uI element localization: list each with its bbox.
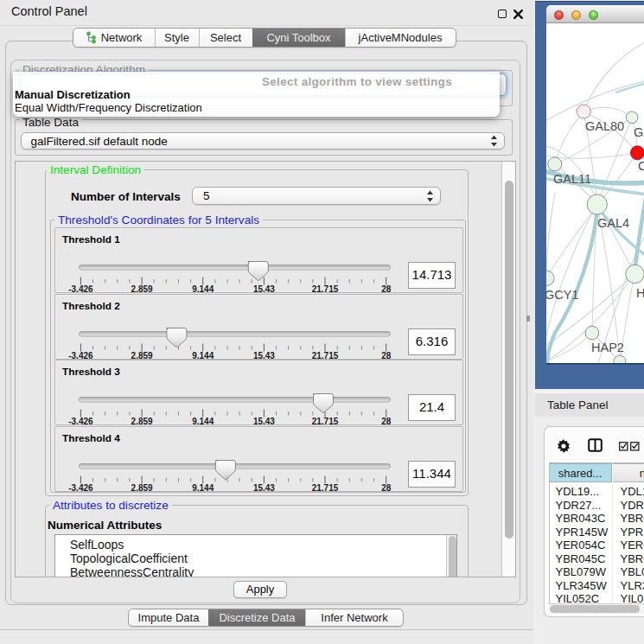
- svg-text:GA: GA: [634, 125, 644, 139]
- svg-text:21.715: 21.715: [312, 483, 339, 493]
- svg-text:GAL80: GAL80: [585, 119, 624, 133]
- svg-text:2.859: 2.859: [131, 284, 153, 294]
- svg-text:21.715: 21.715: [312, 284, 339, 294]
- svg-text:2.859: 2.859: [131, 417, 153, 426]
- svg-text:-3.426: -3.426: [68, 284, 93, 294]
- svg-text:28: 28: [381, 417, 392, 426]
- svg-text:GAL4: GAL4: [597, 216, 629, 230]
- svg-text:15.43: 15.43: [253, 284, 275, 294]
- svg-text:15.43: 15.43: [253, 351, 275, 360]
- svg-text:9.144: 9.144: [192, 483, 214, 493]
- svg-text:GCY1: GCY1: [546, 288, 579, 302]
- svg-text:28: 28: [381, 284, 392, 294]
- svg-text:9.144: 9.144: [192, 417, 214, 426]
- svg-text:21.715: 21.715: [312, 351, 339, 360]
- svg-text:15.43: 15.43: [253, 483, 275, 493]
- svg-text:15.43: 15.43: [253, 417, 275, 426]
- svg-text:C: C: [638, 159, 644, 173]
- svg-text:-3.426: -3.426: [68, 351, 93, 360]
- svg-text:9.144: 9.144: [192, 351, 214, 360]
- svg-text:HAP2: HAP2: [591, 341, 624, 354]
- svg-text:GAL11: GAL11: [553, 172, 591, 186]
- svg-text:9.144: 9.144: [192, 284, 214, 294]
- svg-text:-3.426: -3.426: [68, 417, 93, 426]
- svg-text:H: H: [636, 286, 644, 300]
- svg-text:2.859: 2.859: [131, 351, 153, 360]
- svg-text:28: 28: [381, 351, 392, 360]
- svg-text:21.715: 21.715: [312, 417, 339, 426]
- svg-text:28: 28: [381, 483, 392, 493]
- svg-text:2.859: 2.859: [131, 483, 153, 493]
- svg-text:-3.426: -3.426: [68, 483, 93, 493]
